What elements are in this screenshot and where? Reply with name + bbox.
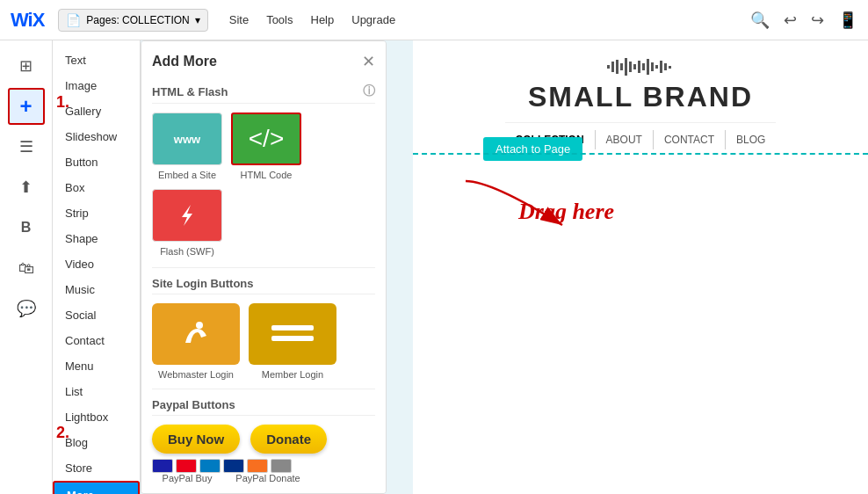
website-preview: SMALL BRAND COLLECTION ABOUT CONTACT BLO… [413,40,868,494]
undo-icon[interactable]: ↩ [784,11,797,30]
menu-music[interactable]: Music [53,277,140,302]
paypal-labels: PayPal Buy PayPal Donate [152,473,375,483]
divider-1 [152,267,375,268]
svg-rect-8 [625,58,627,76]
html-code-item[interactable]: </> HTML Code [231,113,301,180]
login-label: Site Login Buttons [152,277,254,290]
canvas-area: SMALL BRAND COLLECTION ABOUT CONTACT BLO… [387,40,868,494]
topbar-right: 🔍 ↩ ↪ 📱 [750,11,857,30]
paypal-buy-label: PayPal Buy [152,473,222,483]
brand-name: SMALL BRAND [528,81,753,113]
html-code-label: HTML Code [241,170,293,180]
search-icon[interactable]: 🔍 [750,11,770,30]
amex-icon [199,459,221,473]
svg-point-1 [196,322,203,329]
menu-box[interactable]: Box [53,175,140,200]
member-login-label: Member Login [262,369,323,380]
sidebar-apps-icon[interactable]: ☰ [8,128,45,165]
drag-here-text: Drag here [518,199,614,225]
sidebar-chat-icon[interactable]: 💬 [8,290,45,327]
donate-button[interactable]: Donate [250,425,327,454]
menu-slideshow[interactable]: Slideshow [53,124,140,149]
panel-title: Add More [152,54,217,69]
html-code-icon: </> [231,113,301,165]
nav-help[interactable]: Help [311,13,335,26]
menu-button[interactable]: Button [53,149,140,175]
menu-video[interactable]: Video [53,251,140,277]
html-flash-section-header: HTML & Flash ⓘ [152,84,375,104]
svg-rect-13 [647,59,649,75]
html-flash-label: HTML & Flash [152,85,228,98]
mobile-icon[interactable]: 📱 [838,11,857,30]
discover-icon [247,459,268,473]
nav-blog[interactable]: BLOG [725,130,776,149]
svg-rect-2 [271,325,314,331]
menu-social[interactable]: Social [53,302,140,328]
menu-menu[interactable]: Menu [53,353,140,379]
nav-about[interactable]: ABOUT [595,130,653,149]
page-icon: 📄 [66,13,81,27]
menu-store[interactable]: Store [53,455,140,481]
html-flash-items: www Embed a Site </> HTML Code Flash (SW… [152,113,375,257]
site-logo-bars [605,58,676,76]
nav-upgrade[interactable]: Upgrade [351,13,395,26]
divider-2 [152,389,375,389]
sidebar-pages-icon[interactable]: ⊞ [8,47,45,84]
svg-rect-9 [629,62,632,72]
svg-rect-18 [669,66,671,69]
pages-label: Pages: COLLECTION [86,14,189,26]
webmaster-login-label: Webmaster Login [158,369,234,380]
paypal-icon [223,459,244,473]
embed-site-label: Embed a Site [158,170,216,180]
pages-button[interactable]: 📄 Pages: COLLECTION ▾ [58,9,207,32]
menu-contact[interactable]: Contact [53,328,140,353]
topbar: WiX 📄 Pages: COLLECTION ▾ Site Tools Hel… [0,0,868,40]
svg-rect-10 [633,64,636,69]
add-more-panel: Add More ✕ HTML & Flash ⓘ www Embed a Si… [141,40,387,494]
member-login-icon [249,303,336,365]
flash-swf-item[interactable]: Flash (SWF) [152,189,222,257]
menu-strip[interactable]: Strip [53,200,140,226]
menu-text[interactable]: Text [53,47,140,73]
mastercard-icon [176,459,197,473]
redo-icon[interactable]: ↪ [811,11,824,30]
svg-rect-17 [664,63,667,70]
nav-site[interactable]: Site [229,13,249,26]
paypal-buttons-row: Buy Now Donate [152,425,375,454]
embed-site-item[interactable]: www Embed a Site [152,113,222,180]
svg-rect-14 [651,62,654,71]
svg-marker-0 [182,205,192,226]
sidebar-upload-icon[interactable]: ⬆ [8,169,45,206]
info-icon[interactable]: ⓘ [363,84,375,99]
sidebar-blog-icon[interactable]: B [8,209,45,246]
flash-swf-icon [152,189,222,242]
sidebar-store-icon[interactable]: 🛍 [8,250,45,287]
close-button[interactable]: ✕ [362,52,375,71]
webmaster-login-item[interactable]: Webmaster Login [152,303,240,380]
sidebar-add-icon[interactable]: + [8,88,45,125]
menu-shape[interactable]: Shape [53,226,140,251]
step-1-marker: 1. [56,93,69,112]
svg-rect-7 [620,63,623,70]
panel-header: Add More ✕ [152,52,375,71]
login-section-header: Site Login Buttons [152,277,375,294]
webmaster-login-icon [152,303,240,365]
svg-rect-4 [607,65,610,69]
nav-tools[interactable]: Tools [266,13,293,26]
nav-contact[interactable]: CONTACT [653,130,725,149]
paypal-section-header: Paypal Buttons [152,398,375,416]
svg-rect-15 [655,65,658,69]
menu-more[interactable]: More [53,481,140,494]
chevron-icon: ▾ [195,14,200,26]
member-login-item[interactable]: Member Login [249,303,336,380]
buy-now-button[interactable]: Buy Now [152,425,240,454]
attach-to-page-button[interactable]: Attach to Page [483,137,582,161]
site-header: SMALL BRAND COLLECTION ABOUT CONTACT BLO… [413,40,868,149]
paypal-donate-label: PayPal Donate [233,473,303,483]
bank-icon [271,459,292,473]
menu-list[interactable]: List [53,379,140,404]
canvas-inner: SMALL BRAND COLLECTION ABOUT CONTACT BLO… [387,40,868,494]
top-nav: Site Tools Help Upgrade [229,13,395,26]
svg-rect-11 [638,61,640,73]
svg-rect-16 [660,61,662,73]
